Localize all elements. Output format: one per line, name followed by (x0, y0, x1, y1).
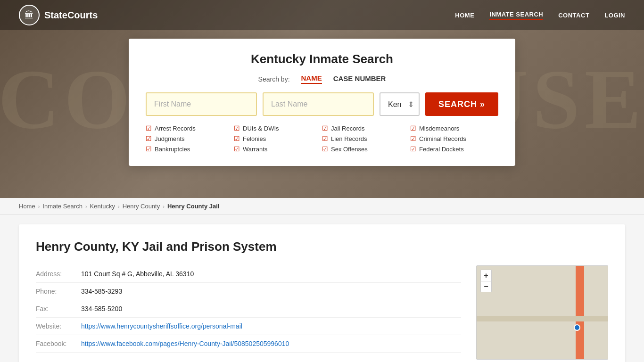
address-value: 101 Court Sq # G, Abbeville, AL 36310 (81, 270, 194, 278)
brand-link[interactable]: 🏛 StateCourts (19, 5, 98, 25)
nav-inmate-search[interactable]: INMATE SEARCH (489, 11, 543, 20)
state-select[interactable]: Kentucky Alabama Alaska Arizona (380, 92, 420, 116)
fax-row: Fax: 334-585-5200 (36, 300, 461, 318)
state-select-wrap: Kentucky Alabama Alaska Arizona ⇕ (380, 92, 420, 116)
nav-login[interactable]: LOGIN (604, 12, 625, 19)
breadcrumb-sep-1: › (38, 204, 40, 209)
nav-links: HOME INMATE SEARCH CONTACT LOGIN (455, 11, 625, 20)
tab-name[interactable]: NAME (301, 74, 322, 84)
breadcrumb-sep-4: › (163, 204, 165, 209)
info-layout: Address: 101 Court Sq # G, Abbeville, AL… (36, 265, 608, 360)
check-icon-9: ☑ (322, 145, 328, 153)
breadcrumb-henry-county[interactable]: Henry County (123, 203, 160, 210)
tab-case-number[interactable]: CASE NUMBER (333, 74, 386, 83)
check-criminal-records: ☑ Criminal Records (410, 135, 498, 142)
breadcrumb-kentucky[interactable]: Kentucky (90, 203, 115, 210)
map-zoom-out[interactable]: − (480, 281, 492, 292)
map-road-horizontal (477, 316, 608, 321)
checklist-grid: ☑ Arrest Records ☑ Judgments ☑ Bankruptc… (146, 124, 498, 153)
check-icon-2: ☑ (146, 135, 152, 142)
check-icon-3: ☑ (146, 145, 152, 153)
address-row: Address: 101 Court Sq # G, Abbeville, AL… (36, 265, 461, 283)
checklist-col-1: ☑ Arrest Records ☑ Judgments ☑ Bankruptc… (146, 124, 234, 153)
website-link[interactable]: https://www.henrycountysheriffsoffice.or… (81, 322, 242, 330)
check-jail-records: ☑ Jail Records (322, 124, 410, 132)
check-warrants: ☑ Warrants (234, 145, 322, 153)
website-row: Website: https://www.henrycountysheriffs… (36, 318, 461, 335)
check-duis: ☑ DUIs & DWIs (234, 124, 322, 132)
check-icon-6: ☑ (234, 145, 240, 153)
map-container: + − (476, 265, 608, 360)
search-button[interactable]: SEARCH » (425, 92, 498, 116)
check-icon-7: ☑ (322, 124, 328, 132)
check-misdemeanors: ☑ Misdemeanors (410, 124, 498, 132)
check-felonies: ☑ Felonies (234, 135, 322, 142)
search-tabs-row: Search by: NAME CASE NUMBER (146, 74, 498, 84)
breadcrumb-inmate-search[interactable]: Inmate Search (42, 203, 83, 210)
checklist-col-4: ☑ Misdemeanors ☑ Criminal Records ☑ Fede… (410, 124, 498, 153)
first-name-input[interactable] (146, 92, 257, 116)
last-name-input[interactable] (263, 92, 374, 116)
search-card: Kentucky Inmate Search Search by: NAME C… (129, 39, 515, 166)
map-zoom-in[interactable]: + (480, 270, 492, 281)
check-sex-offenses: ☑ Sex Offenses (322, 145, 410, 153)
brand-icon: 🏛 (19, 5, 40, 25)
check-icon-8: ☑ (322, 135, 328, 142)
nav-home[interactable]: HOME (455, 12, 474, 19)
check-federal-dockets: ☑ Federal Dockets (410, 145, 498, 153)
check-icon-5: ☑ (234, 135, 240, 142)
phone-row: Phone: 334-585-3293 (36, 283, 461, 300)
facebook-label: Facebook: (36, 340, 74, 347)
navbar: 🏛 StateCourts HOME INMATE SEARCH CONTACT… (0, 0, 644, 30)
checklist-col-2: ☑ DUIs & DWIs ☑ Felonies ☑ Warrants (234, 124, 322, 153)
map-location-dot (574, 324, 580, 331)
map-controls: + − (480, 270, 492, 292)
breadcrumb-home[interactable]: Home (19, 203, 35, 210)
check-icon-1: ☑ (146, 124, 152, 132)
breadcrumb-sep-3: › (118, 204, 120, 209)
check-judgments: ☑ Judgments (146, 135, 234, 142)
map-land (477, 266, 608, 359)
check-bankruptcies: ☑ Bankruptcies (146, 145, 234, 153)
check-lien-records: ☑ Lien Records (322, 135, 410, 142)
fax-value: 334-585-5200 (81, 305, 122, 313)
check-icon-4: ☑ (234, 124, 240, 132)
website-label: Website: (36, 322, 74, 330)
check-icon-10: ☑ (410, 124, 416, 132)
search-by-label: Search by: (258, 75, 290, 83)
breadcrumb-sep-2: › (85, 204, 87, 209)
content-heading: Henry County, KY Jail and Prison System (36, 239, 608, 254)
facebook-link[interactable]: https://www.facebook.com/pages/Henry-Cou… (81, 340, 289, 347)
breadcrumb: Home › Inmate Search › Kentucky › Henry … (0, 198, 644, 215)
brand-name: StateCourts (44, 10, 98, 21)
phone-value: 334-585-3293 (81, 288, 122, 295)
check-icon-12: ☑ (410, 145, 416, 153)
main-content: Henry County, KY Jail and Prison System … (0, 215, 644, 362)
checklist-col-3: ☑ Jail Records ☑ Lien Records ☑ Sex Offe… (322, 124, 410, 153)
fax-label: Fax: (36, 305, 74, 313)
phone-label: Phone: (36, 288, 74, 295)
nav-contact[interactable]: CONTACT (558, 12, 589, 19)
check-arrest-records: ☑ Arrest Records (146, 124, 234, 132)
content-card: Henry County, KY Jail and Prison System … (19, 224, 625, 362)
info-table: Address: 101 Court Sq # G, Abbeville, AL… (36, 265, 461, 360)
breadcrumb-current: Henry County Jail (167, 203, 220, 210)
check-icon-11: ☑ (410, 135, 416, 142)
address-label: Address: (36, 270, 74, 278)
facebook-row: Facebook: https://www.facebook.com/pages… (36, 335, 461, 353)
search-inputs-row: Kentucky Alabama Alaska Arizona ⇕ SEARCH… (146, 92, 498, 116)
map-road-vertical (576, 266, 584, 359)
hero-section: COURTHOUSE 🏛 StateCourts HOME INMATE SEA… (0, 0, 644, 198)
search-card-title: Kentucky Inmate Search (146, 52, 498, 66)
